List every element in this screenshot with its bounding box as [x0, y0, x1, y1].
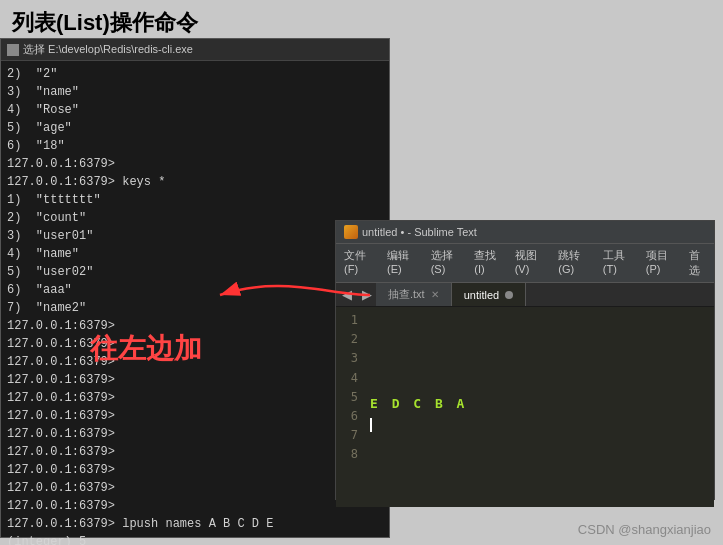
terminal-icon [7, 44, 19, 56]
sublime-content: 1 2 3 4 5 6 7 8 E D C B A [336, 307, 714, 507]
line-num-2: 2 [336, 330, 358, 349]
menu-project[interactable]: 项目(P) [638, 246, 682, 280]
code-line-7 [370, 436, 708, 457]
page-title: 列表(List)操作命令 [0, 0, 723, 42]
line-num-7: 7 [336, 426, 358, 445]
cursor [370, 418, 372, 432]
annotation-text: 往左边加 [90, 330, 202, 368]
terminal-title: 选择 E:\develop\Redis\redis-cli.exe [23, 42, 193, 57]
menu-view[interactable]: 视图(V) [507, 246, 551, 280]
code-line-2 [370, 332, 708, 353]
sublime-title-left: untitled • - Sublime Text [344, 225, 477, 239]
line-num-3: 3 [336, 349, 358, 368]
sublime-app-icon [344, 225, 358, 239]
menu-select[interactable]: 选择(S) [423, 246, 467, 280]
sublime-menu: 文件(F) 编辑(E) 选择(S) 查找(I) 视图(V) 跳转(G) 工具(T… [336, 244, 714, 283]
watermark: CSDN @shangxianjiao [578, 522, 711, 537]
sublime-tabs: ◀ ▶ 抽查.txt ✕ untitled [336, 283, 714, 307]
code-editor[interactable]: E D C B A [364, 307, 714, 507]
tab-untitled-dot [505, 291, 513, 299]
code-line-1 [370, 311, 708, 332]
arrow-icon [200, 265, 380, 325]
menu-find[interactable]: 查找(I) [466, 246, 506, 280]
tab-untitled-label: untitled [464, 289, 499, 301]
terminal-titlebar: 选择 E:\develop\Redis\redis-cli.exe [1, 39, 389, 61]
menu-prefs[interactable]: 首选 [681, 246, 714, 280]
sublime-window: untitled • - Sublime Text 文件(F) 编辑(E) 选择… [335, 220, 715, 500]
line-num-5: 5 [336, 388, 358, 407]
tab-choucha[interactable]: 抽查.txt ✕ [376, 283, 452, 306]
sublime-title: untitled • - Sublime Text [362, 226, 477, 238]
menu-edit[interactable]: 编辑(E) [379, 246, 423, 280]
code-line-6 [370, 415, 708, 436]
code-line-3 [370, 353, 708, 374]
menu-goto[interactable]: 跳转(G) [550, 246, 595, 280]
code-line-4 [370, 373, 708, 394]
code-line-8 [370, 457, 708, 478]
line-num-8: 8 [336, 445, 358, 464]
line-num-6: 6 [336, 407, 358, 426]
line-numbers: 1 2 3 4 5 6 7 8 [336, 307, 364, 507]
line-num-4: 4 [336, 369, 358, 388]
code-line-5: E D C B A [370, 394, 708, 415]
tab-choucha-close[interactable]: ✕ [431, 289, 439, 300]
tab-untitled[interactable]: untitled [452, 283, 526, 306]
tab-choucha-label: 抽查.txt [388, 287, 425, 302]
sublime-titlebar: untitled • - Sublime Text [336, 221, 714, 244]
menu-tools[interactable]: 工具(T) [595, 246, 638, 280]
